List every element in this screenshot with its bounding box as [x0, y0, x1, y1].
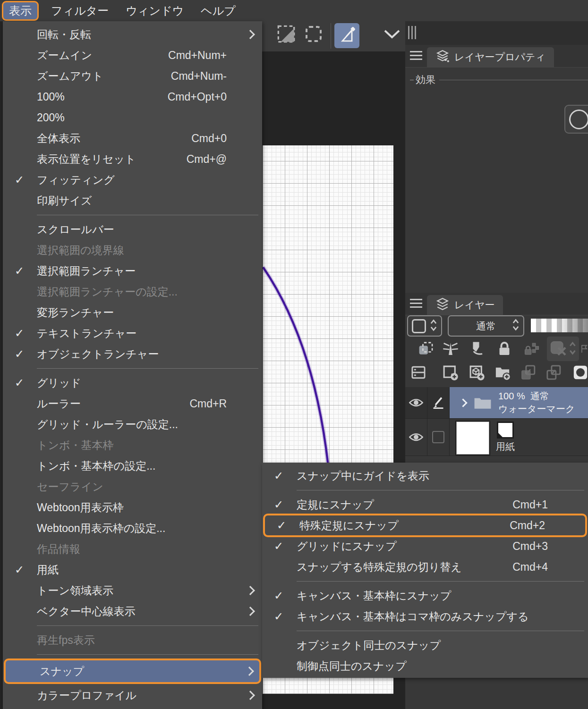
- submenu-arrow-icon: [246, 586, 255, 595]
- layer-row-main[interactable]: 用紙: [450, 419, 588, 456]
- blend-thumbnail-stepper[interactable]: [407, 315, 442, 337]
- reference-layer-button[interactable]: [440, 338, 461, 360]
- menu-item-grid[interactable]: グリッド: [3, 372, 262, 393]
- layer-row-watermark[interactable]: 100 % 通常 ウォーターマーク: [405, 387, 588, 419]
- menu-item-safe-line: セーフライン: [3, 476, 262, 497]
- submenu-item-snap-to-ruler[interactable]: 定規にスナップCmd+1: [262, 494, 588, 515]
- select-area-tool-button[interactable]: [303, 24, 324, 46]
- submenu-item-snap-between-control-points[interactable]: 制御点同士のスナップ: [262, 656, 588, 676]
- layer-mask-icon: [572, 364, 588, 381]
- blend-mode-dropdown[interactable]: 通常: [448, 315, 524, 337]
- menu-item-webtoon-frame-settings[interactable]: Webtoon用表示枠の設定...: [3, 518, 262, 539]
- menu-item-rotate-flip[interactable]: 回転・反転: [3, 24, 262, 45]
- menu-item-work-info: 作品情報: [3, 539, 262, 559]
- edit-state-cell[interactable]: [427, 419, 450, 456]
- enable-mask-button[interactable]: [547, 337, 579, 361]
- menu-item-zoom-out[interactable]: ズームアウトCmd+Num-: [3, 66, 262, 86]
- layer-palette-options-button[interactable]: [408, 362, 429, 383]
- create-layer-mask-button[interactable]: [570, 362, 588, 383]
- pen-draft-icon: [468, 341, 484, 357]
- marquee-icon: [304, 25, 323, 45]
- effect-section-label: 効果: [416, 73, 435, 86]
- checkbox-icon[interactable]: [432, 431, 444, 443]
- menu-item-snap[interactable]: スナップ: [4, 658, 261, 684]
- submenu-item-snap-to-special-ruler[interactable]: 特殊定規にスナップCmd+2: [263, 514, 587, 537]
- snap-special-ruler-tool-button[interactable]: [334, 23, 359, 48]
- menu-item-grid-ruler-settings[interactable]: グリッド・ルーラーの設定...: [3, 414, 262, 435]
- menu-item-fit-all[interactable]: 全体表示Cmd+0: [3, 128, 262, 149]
- blend-mode-value: 通常: [476, 320, 496, 333]
- menubar-item-filter[interactable]: フィルター: [46, 2, 113, 20]
- layer-property-panel: レイヤープロパティ 効果: [405, 45, 588, 310]
- toolbar-expand-button[interactable]: [381, 24, 403, 46]
- list-icon: [410, 364, 426, 380]
- lock-transparent-pixels-button[interactable]: [521, 338, 543, 360]
- visibility-cell[interactable]: [405, 419, 427, 456]
- menu-item-100[interactable]: 100%Cmd+Opt+0: [3, 86, 262, 107]
- menubar-item-view[interactable]: 表示: [2, 1, 39, 21]
- menu-item-zoom-in[interactable]: ズームインCmd+Num+: [3, 45, 262, 66]
- tab-layer[interactable]: レイヤー: [427, 295, 503, 315]
- new-vector-layer-button[interactable]: [466, 362, 487, 383]
- submenu-item-switch-special-ruler-snap[interactable]: スナップする特殊定規の切り替えCmd+4: [262, 557, 588, 577]
- menu-item-selection-launcher[interactable]: 選択範囲ランチャー: [3, 261, 262, 281]
- menu-item-200[interactable]: 200%: [3, 107, 262, 128]
- layer-property-header: レイヤープロパティ: [405, 45, 588, 68]
- new-layer-folder-button[interactable]: [492, 362, 513, 383]
- marquee-fill-icon: [277, 25, 296, 45]
- new-folder-icon: [494, 364, 511, 381]
- panel-drag-handle-icon[interactable]: [408, 26, 417, 39]
- submenu-item-snap-between-objects[interactable]: オブジェクト同士のスナップ: [262, 635, 588, 656]
- menu-item-print-size[interactable]: 印刷サイズ: [3, 190, 262, 211]
- up-down-chevrons-icon: [512, 319, 520, 333]
- expand-chevron-icon[interactable]: [459, 398, 467, 407]
- layers-stack-icon: [435, 297, 450, 313]
- menu-item-webtoon-frame[interactable]: Webtoon用表示枠: [3, 497, 262, 518]
- draft-layer-button[interactable]: [465, 338, 487, 360]
- menubar-item-window[interactable]: ウィンドウ: [121, 2, 188, 20]
- menu-item-reset-position[interactable]: 表示位置をリセットCmd+@: [3, 149, 262, 169]
- menu-item-text-launcher[interactable]: テキストランチャー: [3, 323, 262, 344]
- submenu-item-snap-to-canvas-frame[interactable]: キャンバス・基本枠にスナップ: [262, 585, 588, 606]
- tab-layer-property[interactable]: レイヤープロパティ: [427, 47, 554, 67]
- select-shrink-tool-button[interactable]: [275, 24, 297, 46]
- menu-item-ruler[interactable]: ルーラーCmd+R: [3, 393, 262, 414]
- edit-state-cell[interactable]: [427, 387, 450, 418]
- menu-item-vector-centerline[interactable]: ベクター中心線表示: [3, 601, 262, 622]
- menu-item-selection-launcher-settings: 選択範囲ランチャーの設定...: [3, 281, 262, 302]
- new-raster-layer-button[interactable]: [439, 362, 461, 383]
- panel-menu-icon[interactable]: [410, 51, 422, 60]
- submenu-item-show-guide-while-snapping[interactable]: スナップ中にガイドを表示: [262, 465, 588, 486]
- menu-separator: [297, 490, 584, 490]
- layer-name: ウォーターマーク: [498, 403, 575, 415]
- submenu-arrow-icon: [246, 607, 255, 616]
- menu-item-tone-area[interactable]: トーン領域表示: [3, 580, 262, 601]
- transfer-to-lower-layer-button[interactable]: [518, 362, 539, 383]
- menu-item-scrollbar[interactable]: スクロールバー: [3, 219, 262, 240]
- visibility-cell[interactable]: [405, 387, 427, 418]
- menubar-item-help[interactable]: ヘルプ: [196, 2, 240, 20]
- layer-opacity: 100 %: [498, 391, 525, 401]
- menu-item-crop-marks-settings[interactable]: トンボ・基本枠の設定...: [3, 456, 262, 476]
- menu-item-paper[interactable]: 用紙: [3, 559, 262, 580]
- layer-thumbnail[interactable]: [456, 422, 489, 455]
- layer-row-paper[interactable]: 用紙: [405, 419, 588, 456]
- selection-toolbar: [262, 21, 405, 51]
- submenu-item-canvas-frame-panel-only[interactable]: キャンバス・基本枠はコマ枠のみスナップする: [262, 606, 588, 627]
- opacity-slider[interactable]: [531, 319, 588, 332]
- menu-item-object-launcher[interactable]: オブジェクトランチャー: [3, 344, 262, 364]
- menu-item-transform-launcher[interactable]: 変形ランチャー: [3, 302, 262, 323]
- layer-row-main[interactable]: 100 % 通常 ウォーターマーク: [450, 387, 588, 418]
- menu-item-color-profile[interactable]: カラープロファイル: [3, 685, 262, 706]
- ruler-flag-button[interactable]: [580, 338, 588, 360]
- lock-layer-button[interactable]: [494, 338, 515, 360]
- clip-to-layer-below-button[interactable]: [415, 338, 437, 360]
- menu-separator: [37, 625, 258, 626]
- merge-to-lower-layer-button[interactable]: [543, 362, 565, 383]
- submenu-item-snap-to-grid[interactable]: グリッドにスナップCmd+3: [262, 536, 588, 557]
- flag-icon: [580, 341, 588, 357]
- effect-toggle-button[interactable]: [564, 105, 588, 134]
- menu-separator: [37, 368, 258, 369]
- panel-menu-icon[interactable]: [410, 298, 422, 308]
- menu-item-fitting[interactable]: フィッティング: [3, 169, 262, 190]
